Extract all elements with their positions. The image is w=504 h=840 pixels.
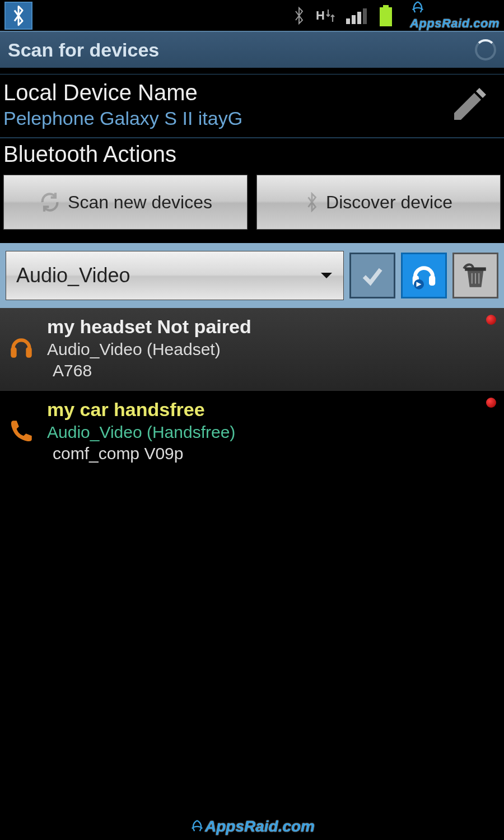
- headset-icon: [4, 332, 38, 365]
- svg-rect-2: [357, 12, 361, 24]
- status-bar: H AppsRaid.com: [0, 0, 504, 31]
- scan-new-devices-button[interactable]: Scan new devices: [3, 175, 248, 230]
- svg-rect-0: [346, 18, 350, 24]
- edit-icon[interactable]: [449, 85, 489, 125]
- device-id: comf_comp V09p: [53, 444, 235, 463]
- scan-button-label: Scan new devices: [68, 192, 212, 213]
- device-name: my car handsfree: [47, 399, 235, 421]
- bluetooth-status-icon: [292, 7, 306, 25]
- delete-button[interactable]: [452, 253, 498, 298]
- actions-label: Bluetooth Actions: [3, 142, 501, 167]
- svg-rect-14: [26, 347, 31, 357]
- app-icon: [4, 2, 32, 30]
- device-item[interactable]: my car handsfreeAudio_Video (Handsfree)c…: [0, 390, 504, 473]
- discover-device-button[interactable]: Discover device: [256, 175, 501, 230]
- refresh-icon: [39, 191, 61, 213]
- data-network-icon: H: [316, 8, 336, 23]
- status-dot-icon: [486, 398, 496, 408]
- svg-rect-7: [429, 276, 435, 286]
- battery-icon: [379, 5, 393, 26]
- bluetooth-icon: [10, 5, 27, 26]
- check-button[interactable]: [349, 253, 395, 298]
- watermark-bottom: AppsRaid.com: [0, 818, 504, 836]
- loading-spinner-icon: [475, 39, 496, 60]
- device-type: Audio_Video (Headset): [47, 340, 251, 359]
- check-icon: [360, 263, 385, 288]
- category-dropdown[interactable]: Audio_Video: [6, 251, 344, 300]
- device-id: A768: [53, 361, 251, 380]
- page-title: Scan for devices: [8, 39, 159, 61]
- chevron-down-icon: [320, 272, 333, 279]
- svg-rect-13: [11, 347, 16, 357]
- local-device-label: Local Device Name: [3, 80, 242, 105]
- local-device-section[interactable]: Local Device Name Pelephone Galaxy S II …: [0, 74, 504, 137]
- bluetooth-actions-section: Bluetooth Actions Scan new devices Disco…: [0, 138, 504, 237]
- device-list: my headset Not pairedAudio_Video (Headse…: [0, 308, 504, 473]
- device-type: Audio_Video (Handsfree): [47, 423, 235, 442]
- filter-bar: Audio_Video: [0, 243, 504, 308]
- svg-rect-1: [352, 15, 356, 24]
- status-dot-icon: [486, 315, 496, 325]
- svg-rect-3: [363, 8, 367, 24]
- phone-icon: [4, 414, 38, 448]
- svg-rect-5: [380, 7, 392, 26]
- svg-rect-4: [383, 5, 389, 7]
- page-title-bar: Scan for devices: [0, 31, 504, 68]
- dropdown-value: Audio_Video: [16, 264, 130, 287]
- discover-button-label: Discover device: [326, 192, 452, 213]
- bluetooth-icon: [305, 192, 319, 212]
- watermark-top: AppsRaid.com: [410, 1, 500, 31]
- local-device-value: Pelephone Galaxy S II itayG: [3, 108, 242, 129]
- signal-icon: [346, 7, 368, 24]
- headset-icon: [409, 260, 439, 291]
- headset-audio-button[interactable]: [401, 253, 447, 298]
- device-item[interactable]: my headset Not pairedAudio_Video (Headse…: [0, 308, 504, 390]
- svg-rect-9: [465, 267, 486, 270]
- device-name: my headset Not paired: [47, 316, 251, 338]
- trash-icon: [461, 262, 489, 290]
